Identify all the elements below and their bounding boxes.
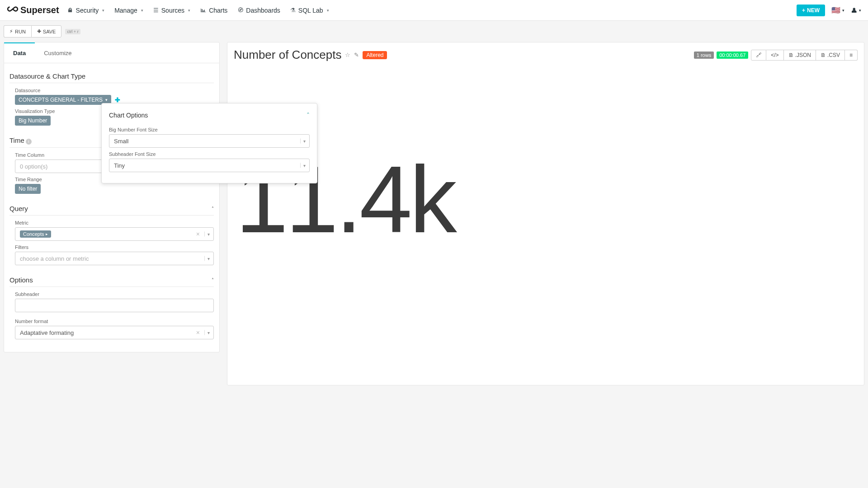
new-label: NEW — [807, 7, 820, 14]
database-icon: ☰ — [153, 7, 159, 14]
add-datasource-button[interactable]: ✚ — [115, 96, 120, 103]
viz-type-selector[interactable]: Big Number — [15, 116, 51, 126]
user-icon: 👤︎ — [851, 7, 857, 14]
number-format-label: Number format — [15, 319, 214, 324]
datasource-selector[interactable]: CONCEPTS GENERAL - FILTERS▾ — [15, 95, 111, 105]
metric-select[interactable]: Concepts▸ — [15, 227, 214, 241]
json-button[interactable]: 🗎.JSON — [784, 50, 816, 61]
new-button[interactable]: +NEW — [797, 5, 825, 16]
nav-charts[interactable]: 📊︎Charts — [200, 7, 227, 14]
bolt-icon: ⚡︎ — [9, 28, 13, 34]
file-icon: 🗎 — [821, 52, 826, 58]
brand-name: Superset — [20, 5, 59, 15]
popover-title-row: Chart Options˄ — [109, 109, 310, 123]
time-range-selector[interactable]: No filter — [15, 184, 41, 194]
chevron-down-icon: ▾ — [102, 8, 104, 13]
keyboard-hint: ctrl + r — [65, 29, 80, 34]
tabs: Data Customize — [4, 42, 219, 63]
datasource-label: Datasource — [15, 88, 214, 93]
chart-header-right: 1 rows 00:00:00.67 🔗︎ </> 🗎.JSON 🗎.CSV ≡ — [694, 50, 858, 61]
filters-select[interactable]: choose a column or metric — [15, 252, 214, 265]
star-icon[interactable]: ☆ — [345, 52, 350, 58]
plus-icon: + — [802, 7, 805, 14]
nav-label: Dashboards — [246, 7, 280, 14]
menu-button[interactable]: ≡ — [845, 50, 858, 61]
info-icon[interactable]: i — [26, 139, 32, 145]
subheader-font-select[interactable]: Tiny — [109, 159, 310, 172]
code-icon: </> — [771, 52, 778, 58]
plus-circle-icon: ✚ — [37, 28, 41, 34]
run-save-group: ⚡︎RUN ✚SAVE — [4, 25, 61, 38]
chip-text: No filter — [19, 186, 37, 192]
chevron-down-icon: ▾ — [188, 8, 190, 13]
save-label: SAVE — [43, 29, 56, 34]
embed-button[interactable]: </> — [766, 50, 783, 61]
chart-options-popover: Chart Options˄ Big Number Font Size Smal… — [101, 103, 317, 183]
nav-sqllab[interactable]: ⚗︎SQL Lab▾ — [290, 7, 329, 14]
file-icon: 🗎 — [788, 52, 794, 58]
section-datasource-title: Datasource & Chart Type — [9, 70, 214, 83]
run-button[interactable]: ⚡︎RUN — [4, 25, 31, 38]
collapse-toggle[interactable]: ˄ — [212, 206, 214, 211]
select-value: Small — [114, 138, 129, 145]
chevron-down-icon: ▾ — [327, 8, 329, 13]
user-menu[interactable]: 👤︎▾ — [851, 7, 861, 14]
select-value: 0 option(s) — [20, 163, 47, 170]
nav-label: Security — [76, 7, 99, 14]
btn-label: .CSV — [827, 52, 840, 58]
chart-header: Number of Concepts ☆ ✎ Altered 1 rows 00… — [234, 48, 858, 62]
action-bar: ⚡︎RUN ✚SAVE ctrl + r — [0, 21, 868, 42]
bignumber-font-select[interactable]: Small — [109, 134, 310, 148]
chevron-down-icon: ▾ — [842, 8, 844, 13]
nav-sources[interactable]: ☰Sources▾ — [153, 7, 190, 14]
tab-data[interactable]: Data — [4, 42, 35, 63]
metric-chip[interactable]: Concepts▸ — [20, 230, 51, 238]
tab-customize[interactable]: Customize — [35, 42, 80, 63]
csv-button[interactable]: 🗎.CSV — [816, 50, 845, 61]
brand[interactable]: Superset — [7, 3, 59, 18]
edit-icon[interactable]: ✎ — [354, 52, 359, 58]
filters-label: Filters — [15, 244, 214, 250]
chart-title[interactable]: Number of Concepts — [234, 48, 341, 62]
chart-icon: 📊︎ — [200, 7, 206, 14]
section-label: Datasource & Chart Type — [9, 72, 85, 80]
nav-manage[interactable]: Manage▾ — [114, 7, 143, 14]
chart-action-buttons: 🔗︎ </> 🗎.JSON 🗎.CSV ≡ — [751, 50, 858, 61]
nav-security[interactable]: 🔒︎Security▾ — [67, 7, 105, 14]
language-selector[interactable]: 🇺🇸 ▾ — [831, 6, 844, 14]
run-label: RUN — [15, 29, 26, 34]
chip-text: Big Number — [19, 117, 47, 124]
section-query-title: Query˄ — [9, 202, 214, 216]
chart-panel: Number of Concepts ☆ ✎ Altered 1 rows 00… — [227, 42, 864, 385]
subheader-font-label: Subheader Font Size — [109, 151, 310, 157]
caret-right-icon: ▸ — [46, 232, 48, 236]
subheader-input[interactable] — [15, 299, 214, 312]
nav-label: Manage — [114, 7, 137, 14]
nav-label: Charts — [209, 7, 227, 14]
metric-label: Metric — [15, 220, 214, 225]
lock-icon: 🔒︎ — [67, 7, 73, 14]
number-format-select[interactable]: Adaptative formating — [15, 326, 214, 339]
nav-dashboards[interactable]: 🧭︎Dashboards — [237, 7, 280, 14]
chip-text: Concepts — [23, 231, 44, 237]
nav-label: SQL Lab — [298, 7, 323, 14]
section-label: Options — [9, 276, 33, 284]
select-value: Adaptative formating — [20, 329, 74, 336]
link-button[interactable]: 🔗︎ — [751, 50, 766, 61]
big-number-display: 11.4k — [236, 152, 858, 247]
hamburger-icon: ≡ — [849, 52, 853, 58]
infinity-logo-icon — [7, 3, 19, 18]
nav-label: Sources — [161, 7, 184, 14]
chevron-down-icon: ▾ — [859, 8, 861, 13]
bignumber-font-label: Big Number Font Size — [109, 127, 310, 132]
section-options-title: Options˄ — [9, 273, 214, 287]
section-label: Query — [9, 205, 28, 212]
chevron-down-icon: ▾ — [141, 8, 143, 13]
altered-badge[interactable]: Altered — [363, 51, 387, 59]
flask-icon: ⚗︎ — [290, 7, 296, 14]
nav-items: 🔒︎Security▾ Manage▾ ☰Sources▾ 📊︎Charts 🧭… — [67, 7, 797, 14]
link-icon: 🔗︎ — [756, 52, 761, 58]
collapse-toggle[interactable]: ˄ — [307, 112, 310, 119]
save-button[interactable]: ✚SAVE — [31, 25, 62, 38]
collapse-toggle[interactable]: ˄ — [212, 277, 214, 282]
